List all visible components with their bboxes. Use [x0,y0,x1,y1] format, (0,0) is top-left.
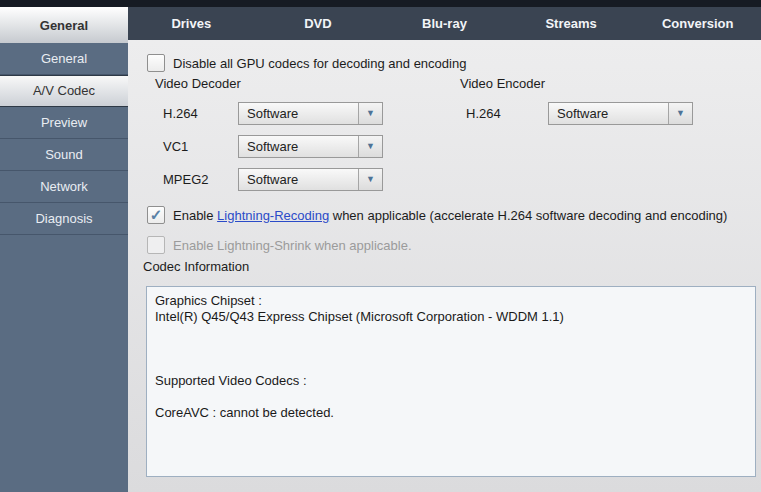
sidebar-item-preview[interactable]: Preview [0,107,128,139]
chevron-down-icon: ▼ [366,142,375,151]
h264-decoder-value: Software [239,103,358,124]
sidebar: General A/V Codec Preview Sound Network … [0,43,128,492]
tab-drives[interactable]: Drives [128,7,255,40]
av-codec-panel: Disable all GPU codecs for decoding and … [128,40,761,492]
dropdown-arrow-button[interactable]: ▼ [358,103,382,124]
h264-encoder-value: Software [549,103,668,124]
codec-info-line: Supported Video Codecs : [155,373,747,389]
dropdown-arrow-button[interactable]: ▼ [358,136,382,157]
sidebar-item-network[interactable]: Network [0,171,128,203]
h264-decoder-dropdown[interactable]: Software ▼ [238,102,383,125]
dropdown-arrow-button[interactable]: ▼ [668,103,692,124]
codec-information-title: Codec Information [143,258,249,275]
lightning-recoding-text-after: when applicable (accelerate H.264 softwa… [329,208,727,223]
sidebar-item-av-codec[interactable]: A/V Codec [0,75,128,107]
sidebar-item-sound[interactable]: Sound [0,139,128,171]
codec-information-box: Graphics Chipset : Intel(R) Q45/Q43 Expr… [146,286,756,477]
tab-conversion[interactable]: Conversion [634,7,761,40]
codec-info-line [155,389,747,405]
video-decoder-title: Video Decoder [155,75,241,92]
vc1-decoder-value: Software [239,136,358,157]
vc1-decoder-dropdown[interactable]: Software ▼ [238,135,383,158]
lightning-recoding-text-before: Enable [173,208,217,223]
tab-streams[interactable]: Streams [508,7,635,40]
codec-info-line [155,341,747,357]
tab-blu-ray[interactable]: Blu-ray [381,7,508,40]
lightning-recoding-checkbox[interactable]: ✓ [147,206,165,224]
lightning-recoding-link[interactable]: Lightning-Recoding [217,208,329,223]
lightning-shrink-label: Enable Lightning-Shrink when applicable. [173,237,412,254]
codec-info-line: Graphics Chipset : [155,293,747,309]
decoder-mpeg2-label: MPEG2 [163,171,209,188]
sidebar-item-general[interactable]: General [0,43,128,75]
chevron-down-icon: ▼ [366,109,375,118]
disable-gpu-codecs-checkbox[interactable] [147,54,165,72]
decoder-h264-label: H.264 [163,105,198,122]
dropdown-arrow-button[interactable]: ▼ [358,169,382,190]
mpeg2-decoder-dropdown[interactable]: Software ▼ [238,168,383,191]
h264-encoder-dropdown[interactable]: Software ▼ [548,102,693,125]
tab-general[interactable]: General [0,7,128,43]
checkmark-icon: ✓ [150,207,163,223]
mpeg2-decoder-value: Software [239,169,358,190]
tab-dvd[interactable]: DVD [255,7,382,40]
codec-info-line [155,325,747,341]
codec-info-line: Intel(R) Q45/Q43 Express Chipset (Micros… [155,309,747,325]
settings-window: General Drives DVD Blu-ray Streams Conve… [0,0,761,492]
video-encoder-title: Video Encoder [460,75,545,92]
lightning-recoding-label: Enable Lightning-Recoding when applicabl… [173,207,727,224]
codec-info-line [155,357,747,373]
disable-gpu-codecs-label: Disable all GPU codecs for decoding and … [173,55,466,72]
lightning-shrink-checkbox [147,236,165,254]
window-top-edge [0,0,761,7]
chevron-down-icon: ▼ [366,175,375,184]
codec-info-line: CoreAVC : cannot be detected. [155,405,747,421]
sidebar-item-diagnosis[interactable]: Diagnosis [0,203,128,235]
decoder-vc1-label: VC1 [163,138,188,155]
encoder-h264-label: H.264 [466,105,501,122]
chevron-down-icon: ▼ [676,109,685,118]
tab-bar: Drives DVD Blu-ray Streams Conversion [128,7,761,40]
